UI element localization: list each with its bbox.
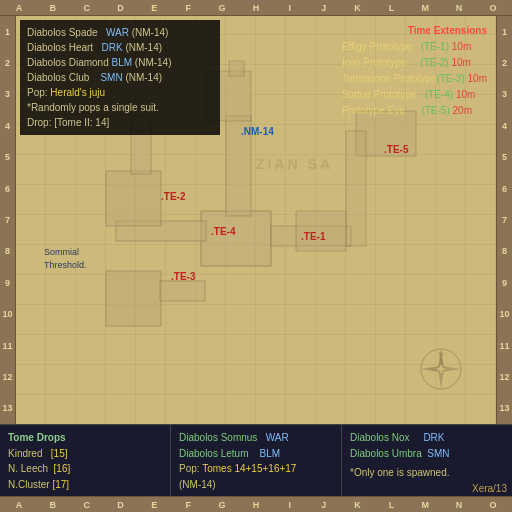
nox-col: Diabolos Nox DRK Diabolos Umbra SMN *Onl… [342,425,512,496]
pop-note: *Randomly pops a single suit. [27,100,213,115]
somnus-pop: Pop: Tomes 14+15+16+17 [179,461,333,477]
somnus-col: Diabolos Somnus WAR Diabolos Letum BLM P… [171,425,342,496]
enemy-4: Diabolos Club SMN (NM-14) [27,70,213,85]
te-name-1: Effigy Prototype [342,41,421,52]
te-code-3: (TE-3) [436,73,464,84]
time-extensions-panel: Time Extensions Effigy Prototype (TE-1) … [337,20,492,122]
col-label-d: D [104,3,138,13]
te-time-2: 10m [451,57,470,68]
marker-nm14: .NM-14 [241,126,274,137]
tome-drops-col: Tome Drops Kindred [15] N. Leech [16] N.… [0,425,171,496]
te-item-5: Prototype Eye (TE-5) 20m [342,103,487,119]
col-label-a: A [2,3,36,13]
marker-te4: .TE-4 [211,226,235,237]
enemy-1: Diabolos Spade WAR (NM-14) [27,25,213,40]
row-labels-right: 1 2 3 4 5 6 7 8 9 10 11 12 13 [496,16,512,424]
drop-info: Drop: [Tome II: 14] [27,115,213,130]
col-label-m: M [408,3,442,13]
marker-te5: .TE-5 [384,144,408,155]
te-name-3: Tombstone Prototype [342,73,437,84]
col-label-o: O [476,3,510,13]
col-label-n: N [442,3,476,13]
col-label-g: G [205,3,239,13]
col-label-j: J [307,3,341,13]
te-code-2: (TE-2) [420,57,448,68]
time-extensions-title: Time Extensions [342,23,487,39]
te-code-5: (TE-5) [421,105,449,116]
col-label-h: H [239,3,273,13]
marker-te3: .TE-3 [171,271,195,282]
col-label-i: I [273,3,307,13]
te-item-4: Statue Prototype (TE-4) 10m [342,87,487,103]
te-item-1: Effigy Prototype (TE-1) 10m [342,39,487,55]
pop-info: Pop: Herald's juju [27,85,213,100]
map-area: ZIAN SA Diabolos Spade WAR (NM-14) Diabo… [16,16,496,424]
enemy-3: Diabolos Diamond BLM (NM-14) [27,55,213,70]
te-item-3: Tombstone Prototype(TE-3) 10m [342,71,487,87]
svg-rect-8 [106,271,161,326]
bottom-grid-bar: A B C D E F G H I J K L M N O [0,496,512,512]
nox-header: Diabolos Nox DRK [350,430,504,446]
svg-rect-4 [106,171,161,226]
te-time-4: 10m [456,89,475,100]
te-code-1: (TE-1) [421,41,449,52]
top-grid-bar: A B C D E F G H I J K L M N O [0,0,512,16]
te-item-2: Icon Prototype (TE-2) 10m [342,55,487,71]
somnus-header: Diabolos Somnus WAR [179,430,333,446]
location-label: SommialThreshold. [44,246,87,271]
te-code-4: (TE-4) [425,89,453,100]
te-time-3: 10m [468,73,487,84]
compass-rose: N [416,344,466,394]
marker-te2: .TE-2 [161,191,185,202]
umbra-header: Diabolos Umbra SMN [350,446,504,462]
enemy-2: Diabolos Heart DRK (NM-14) [27,40,213,55]
letum-header: Diabolos Letum BLM [179,446,333,462]
svg-rect-7 [346,131,366,246]
main-container: 1 2 3 4 5 6 7 8 9 10 11 12 13 [0,16,512,424]
svg-rect-9 [160,281,205,301]
tome-cluster: N.Cluster [17] [8,477,162,493]
svg-text:N: N [439,351,443,357]
tome-leech: N. Leech [16] [8,461,162,477]
column-labels: A B C D E F G H I J K L M N O [0,3,512,13]
col-label-l: L [374,3,408,13]
te-name-2: Icon Prototype [342,57,420,68]
bottom-bar: Tome Drops Kindred [15] N. Leech [16] N.… [0,424,512,496]
xera-credit: Xera/13 [472,481,507,497]
te-name-4: Statue Prototype [342,89,425,100]
spawn-note: *Only one is spawned. [350,465,504,481]
zone-name-text: ZIAN SA [256,156,333,172]
col-label-b: B [36,3,70,13]
svg-rect-0 [201,211,271,266]
tome-kindred: Kindred [15] [8,446,162,462]
te-time-5: 20m [453,105,472,116]
info-panel: Diabolos Spade WAR (NM-14) Diabolos Hear… [20,20,220,135]
marker-te1: .TE-1 [301,231,325,242]
te-name-5: Prototype Eye [342,105,421,116]
somnus-level: (NM-14) [179,477,333,493]
col-label-k: K [341,3,375,13]
svg-rect-11 [229,61,244,76]
col-label-f: F [171,3,205,13]
te-time-1: 10m [452,41,471,52]
tome-drops-title: Tome Drops [8,430,162,446]
row-labels-left: 1 2 3 4 5 6 7 8 9 10 11 12 13 [0,16,16,424]
col-label-c: C [70,3,104,13]
col-label-e: E [137,3,171,13]
bottom-column-labels: A B C D E F G H I J K L M N O [0,500,512,510]
